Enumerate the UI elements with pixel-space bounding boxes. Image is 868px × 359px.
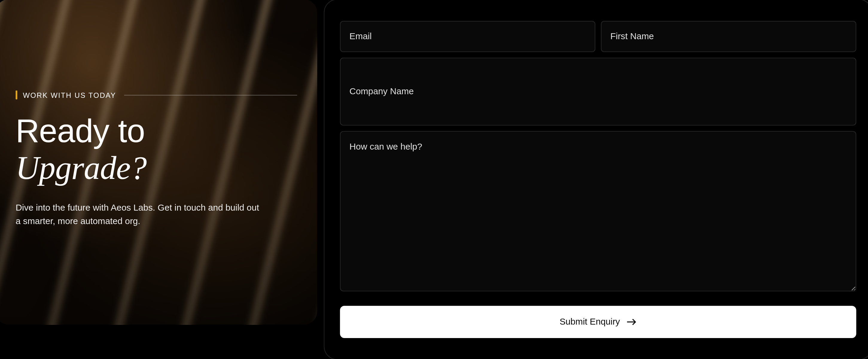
page-description: Dive into the future with Aeos Labs. Get… <box>16 201 260 227</box>
arrow-right-icon <box>627 319 637 325</box>
eyebrow-text: WORK WITH US TODAY <box>23 91 116 99</box>
eyebrow-accent-bar <box>16 90 17 99</box>
email-field[interactable] <box>340 21 595 52</box>
hero-panel: WORK WITH US TODAY Ready to Upgrade? Div… <box>0 0 317 325</box>
eyebrow-divider <box>124 94 297 95</box>
company-name-field[interactable] <box>340 58 856 126</box>
heading-line-1: Ready to <box>16 113 145 150</box>
contact-form-panel: Submit Enquiry <box>324 0 868 359</box>
submit-button-label: Submit Enquiry <box>560 317 620 327</box>
eyebrow-row: WORK WITH US TODAY <box>16 90 297 99</box>
submit-enquiry-button[interactable]: Submit Enquiry <box>340 306 856 338</box>
first-name-field[interactable] <box>601 21 856 52</box>
message-field[interactable] <box>340 131 856 291</box>
page-heading: Ready to Upgrade? <box>16 114 297 186</box>
heading-line-2: Upgrade? <box>16 150 297 186</box>
